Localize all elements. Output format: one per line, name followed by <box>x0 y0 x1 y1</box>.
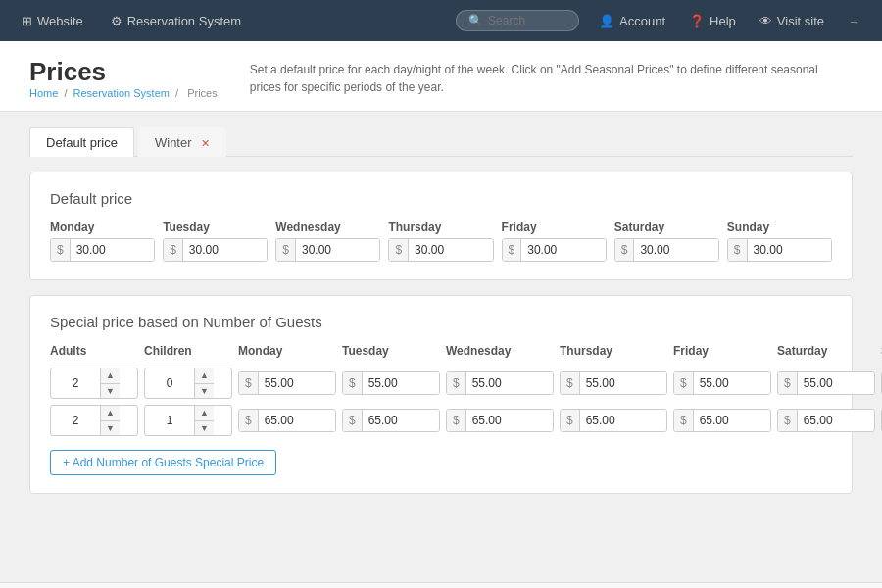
guest-price-input[interactable] <box>363 410 439 431</box>
adults-up[interactable]: ▲ <box>101 406 120 421</box>
currency-symbol: $ <box>674 372 694 394</box>
adults-spinner: ▲ ▼ <box>50 405 138 436</box>
currency-symbol: $ <box>239 410 259 431</box>
adults-down[interactable]: ▼ <box>101 384 120 399</box>
guests-col-header: Saturday <box>777 344 875 362</box>
children-input[interactable] <box>145 372 194 394</box>
nav-logout[interactable]: → <box>836 8 872 34</box>
guests-row: ▲ ▼ ▲ ▼ $ $ $ $ $ $ <box>50 368 832 399</box>
day-header: Thursday <box>388 220 493 238</box>
currency-symbol: $ <box>239 372 259 394</box>
guest-price-input[interactable] <box>259 410 335 431</box>
currency-symbol: $ <box>447 410 466 431</box>
currency-symbol: $ <box>51 239 71 261</box>
help-icon: ❓ <box>689 14 705 28</box>
tab-winter-close[interactable]: ✕ <box>201 137 210 149</box>
guest-price-input[interactable] <box>694 372 770 394</box>
default-price-input[interactable] <box>409 239 492 261</box>
tab-default-price[interactable]: Default price <box>29 127 134 157</box>
currency-symbol: $ <box>343 372 363 394</box>
guests-col-header: Friday <box>673 344 771 362</box>
currency-symbol: $ <box>728 239 748 261</box>
nav-reservation-label: Reservation System <box>127 14 241 28</box>
guest-price-input[interactable] <box>363 372 439 394</box>
children-up[interactable]: ▲ <box>195 368 214 384</box>
children-spinners: ▲ ▼ <box>194 406 214 435</box>
currency-symbol: $ <box>615 239 635 261</box>
children-down[interactable]: ▼ <box>195 421 214 436</box>
children-input[interactable] <box>145 410 194 431</box>
page-title: Prices <box>29 57 220 87</box>
currency-symbol: $ <box>778 372 798 394</box>
guests-col-header: Adults <box>50 344 138 362</box>
gear-icon: ⚙ <box>111 14 122 28</box>
guest-price-group: $ <box>673 409 771 432</box>
breadcrumb-current: Prices <box>187 87 218 99</box>
guest-price-group: $ <box>446 371 554 395</box>
search-icon: 🔍 <box>468 14 483 27</box>
search-input[interactable] <box>488 14 566 27</box>
tab-winter-label: Winter <box>155 135 192 150</box>
special-price-card: Special price based on Number of Guests … <box>29 295 853 494</box>
adults-spinner: ▲ ▼ <box>50 368 138 399</box>
currency-symbol: $ <box>447 372 466 394</box>
guest-price-group: $ <box>560 409 667 432</box>
breadcrumb-reservation[interactable]: Reservation System <box>74 87 170 99</box>
guest-price-input[interactable] <box>694 410 770 431</box>
guests-header: AdultsChildrenMondayTuesdayWednesdayThur… <box>50 344 832 362</box>
nav-visit-site[interactable]: 👁 Visit site <box>748 8 836 34</box>
adults-spinners: ▲ ▼ <box>100 368 120 398</box>
guest-price-input[interactable] <box>580 372 666 394</box>
children-up[interactable]: ▲ <box>195 406 214 421</box>
nav-help[interactable]: ❓ Help <box>677 8 748 34</box>
guest-price-input[interactable] <box>580 410 666 431</box>
day-header: Tuesday <box>163 220 268 238</box>
tab-winter[interactable]: Winter ✕ <box>138 127 226 157</box>
currency-symbol: $ <box>674 410 694 431</box>
children-spinners: ▲ ▼ <box>194 368 214 398</box>
page-header: Prices Home / Reservation System / Price… <box>0 41 882 112</box>
search-box[interactable]: 🔍 <box>456 10 579 31</box>
guest-price-group: $ <box>238 371 336 395</box>
default-price-input[interactable] <box>634 239 717 261</box>
top-navigation: ⊞ Website ⚙ Reservation System 🔍 👤 Accou… <box>0 0 882 41</box>
adults-input[interactable] <box>51 372 100 394</box>
nav-help-label: Help <box>710 14 736 28</box>
account-icon: 👤 <box>599 14 614 28</box>
nav-account[interactable]: 👤 Account <box>587 8 677 34</box>
breadcrumb-home[interactable]: Home <box>29 87 58 99</box>
default-price-input[interactable] <box>748 239 831 261</box>
day-header: Saturday <box>614 220 719 238</box>
guest-price-group: $ <box>342 409 440 432</box>
guest-price-input[interactable] <box>466 410 553 431</box>
guest-price-input[interactable] <box>466 372 553 394</box>
guests-col-header: Thursday <box>560 344 667 362</box>
guest-price-input[interactable] <box>798 410 874 431</box>
default-price-input[interactable] <box>71 239 154 261</box>
adults-input[interactable] <box>51 410 100 431</box>
nav-website-label: Website <box>37 14 83 28</box>
adults-up[interactable]: ▲ <box>101 368 120 384</box>
nav-website[interactable]: ⊞ Website <box>10 8 95 34</box>
default-price-input[interactable] <box>296 239 379 261</box>
children-down[interactable]: ▼ <box>195 384 214 399</box>
nav-reservation[interactable]: ⚙ Reservation System <box>99 8 253 34</box>
guest-price-group: $ <box>342 371 440 395</box>
day-header: Monday <box>50 220 155 238</box>
special-price-title: Special price based on Number of Guests <box>50 314 832 330</box>
default-price-input[interactable] <box>183 239 267 261</box>
guest-price-input[interactable] <box>259 372 335 394</box>
guest-price-group: $ <box>777 371 875 395</box>
page-description: Set a default price for each day/night o… <box>250 57 838 96</box>
currency-symbol: $ <box>561 372 580 394</box>
adults-down[interactable]: ▼ <box>101 421 120 436</box>
guest-price-input[interactable] <box>798 372 874 394</box>
guests-rows: ▲ ▼ ▲ ▼ $ $ $ $ $ $ <box>50 368 832 436</box>
currency-symbol: $ <box>343 410 363 431</box>
default-price-headers: MondayTuesdayWednesdayThursdayFridaySatu… <box>50 220 832 238</box>
price-input-group: $ <box>163 238 268 262</box>
grid-icon: ⊞ <box>22 14 32 28</box>
default-price-input[interactable] <box>521 239 605 261</box>
add-guests-price-button[interactable]: + Add Number of Guests Special Price <box>50 450 276 475</box>
currency-symbol: $ <box>164 239 183 261</box>
